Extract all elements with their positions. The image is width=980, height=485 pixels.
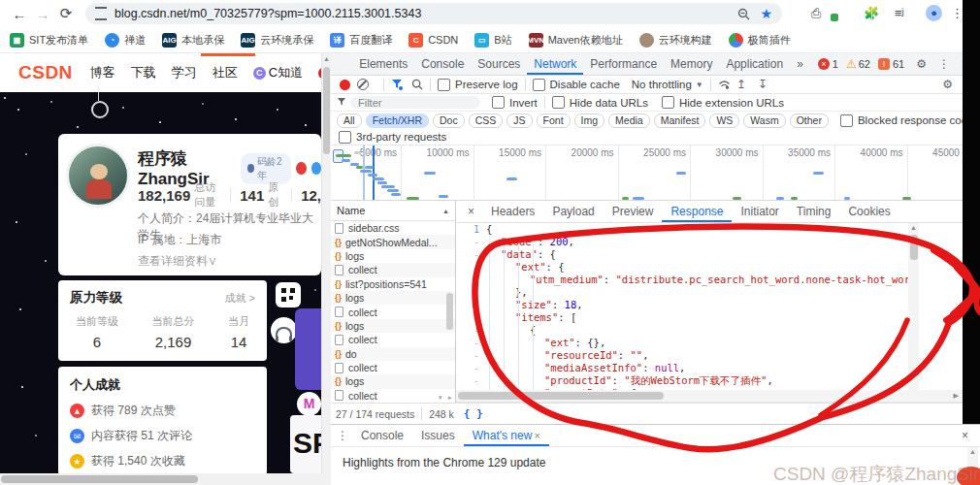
error-badge[interactable]: ×1: [818, 58, 838, 70]
request-list-header[interactable]: Name ▲: [331, 201, 456, 221]
devtools-tab-performance[interactable]: Performance: [583, 53, 664, 75]
scrollbar-thumb[interactable]: [910, 235, 918, 260]
scroll-right-arrow[interactable]: ▶: [954, 392, 959, 400]
network-settings-icon[interactable]: ⚙: [942, 78, 953, 91]
export-har-icon[interactable]: ↧: [758, 78, 768, 91]
achievement-link[interactable]: 成就 >: [225, 291, 255, 306]
scrollbar-thumb[interactable]: [1, 475, 198, 483]
request-row[interactable]: {}do: [331, 347, 455, 361]
side-panel-bookmark-icon[interactable]: ⎙: [811, 6, 821, 21]
nav-item-学习[interactable]: 学习: [172, 64, 197, 81]
qr-code-widget[interactable]: [276, 282, 301, 307]
devtools-menu-icon[interactable]: ⋮: [938, 57, 950, 71]
scroll-up-arrow[interactable]: ▲: [322, 53, 331, 65]
drawer-tab-console[interactable]: Console: [352, 426, 412, 446]
response-horizontal-scrollbar[interactable]: ▶: [456, 390, 963, 403]
bookmark-item[interactable]: CCSDN: [408, 33, 458, 48]
response-json-view[interactable]: 1{-"code": 200,-"data": {-"ext": {-"utm_…: [456, 223, 908, 390]
scroll-down-arrow[interactable]: ▾: [439, 394, 442, 402]
issues-badge[interactable]: !61: [878, 58, 904, 70]
tab-close-icon[interactable]: ×: [534, 430, 539, 441]
devtools-tab-application[interactable]: Application: [719, 53, 790, 75]
reload-button[interactable]: ⟳: [54, 5, 78, 22]
forward-button[interactable]: →: [31, 6, 54, 22]
drawer-tab-whatsnew[interactable]: What's new×: [464, 426, 549, 446]
scroll-up-arrow[interactable]: ▲: [908, 223, 919, 233]
user-avatar[interactable]: [66, 144, 130, 208]
nav-item-下载[interactable]: 下载: [131, 64, 156, 81]
scrollbar-thumb[interactable]: [446, 293, 453, 330]
response-vertical-scrollbar[interactable]: ▲: [908, 223, 919, 390]
scroll-up-arrow[interactable]: ▲: [967, 447, 978, 457]
back-button[interactable]: ←: [8, 6, 31, 22]
csdn-logo-text[interactable]: CSDN: [18, 62, 73, 83]
bookmark-item[interactable]: ▦SIT发布清单: [10, 33, 88, 48]
url-text[interactable]: blog.csdn.net/m0_70325779?spm=1000.2115.…: [114, 7, 737, 20]
bookmark-item[interactable]: 译百度翻译: [330, 33, 392, 48]
more-tabs-button[interactable]: »: [790, 53, 810, 75]
customer-service-widget[interactable]: [271, 317, 297, 343]
drawer-menu-icon[interactable]: ⋮: [337, 429, 348, 442]
type-pill-all[interactable]: All: [337, 113, 362, 128]
zoom-icon[interactable]: [737, 8, 750, 20]
devtools-tab-network[interactable]: Network: [527, 53, 583, 75]
hide-extension-urls-checkbox[interactable]: [662, 96, 674, 109]
throttling-dropdown[interactable]: No throttling: [632, 79, 692, 90]
type-pill-manifest[interactable]: Manifest: [654, 113, 706, 128]
nav-item-社区[interactable]: 社区: [212, 64, 238, 81]
scrollbar-thumb[interactable]: [323, 67, 330, 154]
request-row[interactable]: collect: [331, 305, 455, 318]
detail-tab-cookies[interactable]: Cookies: [839, 201, 898, 222]
drawer-close-icon[interactable]: ×: [962, 429, 968, 442]
request-row[interactable]: collect: [331, 389, 455, 403]
devtools-tab-sources[interactable]: Sources: [471, 53, 527, 75]
request-row[interactable]: collect: [331, 263, 455, 276]
devtools-tab-memory[interactable]: Memory: [664, 53, 719, 75]
bookmark-item[interactable]: ▭B站: [474, 33, 511, 48]
close-detail-icon[interactable]: ×: [460, 205, 482, 218]
preserve-log-checkbox[interactable]: [438, 79, 450, 91]
scroll-right-arrow[interactable]: ▸: [448, 394, 452, 402]
type-pill-fetchxhr[interactable]: Fetch/XHR: [366, 113, 429, 128]
request-list-scrollbar[interactable]: [445, 221, 454, 396]
site-settings-icon[interactable]: [95, 7, 107, 20]
devtools-tab-console[interactable]: Console: [414, 53, 471, 75]
request-row[interactable]: sidebar.css: [331, 221, 455, 235]
tab-list-icon[interactable]: ≡ʲ: [895, 6, 904, 20]
profile-detail-link[interactable]: 查看详细资料∨: [138, 253, 217, 270]
filter-input[interactable]: Filter: [350, 96, 480, 109]
search-icon[interactable]: [411, 79, 423, 90]
profile-avatar[interactable]: ●: [926, 5, 942, 21]
disable-cache-checkbox[interactable]: [533, 79, 545, 91]
detail-tab-timing[interactable]: Timing: [788, 201, 840, 222]
clear-button[interactable]: [357, 79, 369, 90]
type-pill-doc[interactable]: Doc: [433, 113, 465, 128]
request-row[interactable]: {}list?positions=541: [331, 277, 455, 291]
detail-tab-headers[interactable]: Headers: [482, 201, 543, 222]
side-ad-banner[interactable]: [295, 308, 321, 390]
nav-item-C知道[interactable]: CC知道: [253, 64, 303, 81]
request-row[interactable]: collect: [331, 333, 455, 346]
request-row[interactable]: {}logs: [331, 249, 455, 263]
network-overview-timeline[interactable]: 5000 ms10000 ms15000 ms20000 ms25000 ms3…: [331, 146, 963, 201]
invert-checkbox[interactable]: [492, 96, 505, 109]
blocked-cookies-checkbox[interactable]: [840, 114, 853, 127]
side-ad-card[interactable]: SP: [290, 415, 321, 473]
type-pill-css[interactable]: CSS: [469, 113, 504, 128]
page-horizontal-scrollbar[interactable]: [0, 473, 331, 485]
scrollbar-thumb[interactable]: [458, 392, 664, 400]
detail-tab-response[interactable]: Response: [662, 201, 732, 222]
request-row[interactable]: collect: [331, 361, 455, 374]
page-vertical-scrollbar[interactable]: ▲: [321, 53, 331, 473]
request-row[interactable]: {}getNotShowMedal...: [331, 235, 455, 248]
detail-tab-initiator[interactable]: Initiator: [732, 201, 787, 222]
drawer-tab-issues[interactable]: Issues: [412, 426, 464, 446]
request-row[interactable]: {}logs: [331, 291, 455, 305]
name-column-header[interactable]: Name: [337, 205, 365, 216]
network-conditions-icon[interactable]: [718, 80, 731, 89]
nav-item-博客[interactable]: 博客: [90, 64, 115, 81]
type-pill-img[interactable]: Img: [574, 113, 605, 128]
type-pill-wasm[interactable]: Wasm: [743, 113, 785, 128]
third-party-checkbox[interactable]: [339, 131, 351, 144]
type-pill-media[interactable]: Media: [608, 113, 650, 128]
